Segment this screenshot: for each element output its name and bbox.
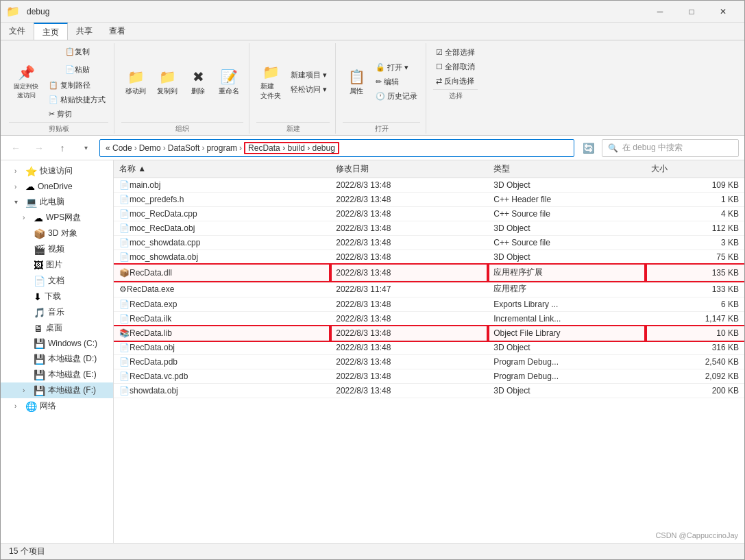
table-row[interactable]: 📄moc_showdata.cpp2022/8/3 13:48C++ Sourc…: [114, 236, 744, 250]
sidebar-item-desktop[interactable]: 🖥 桌面: [1, 320, 113, 336]
file-name: moc_RecData.obj: [130, 223, 195, 233]
sidebar-item-onedrive[interactable]: › ☁ OneDrive: [1, 179, 113, 194]
new-label: 新建: [256, 122, 330, 134]
sidebar-item-drive-d[interactable]: 💾 本地磁盘 (D:): [1, 351, 113, 367]
tab-home[interactable]: 主页: [34, 23, 68, 40]
tab-share[interactable]: 共享: [68, 23, 101, 40]
col-header-name[interactable]: 名称 ▲: [114, 160, 330, 178]
recent-button[interactable]: ▾: [76, 138, 95, 158]
table-row[interactable]: 📦RecData.dll2022/8/3 13:48应用程序扩展135 KB: [114, 265, 744, 281]
col-header-size[interactable]: 大小: [646, 160, 744, 178]
edit-button[interactable]: ✏ 编辑: [373, 75, 420, 88]
sidebar-item-wps[interactable]: › ☁ WPS网盘: [1, 210, 113, 226]
table-row[interactable]: 📄moc_RecData.cpp2022/8/3 13:48C++ Source…: [114, 207, 744, 221]
table-row[interactable]: 📄showdata.obj2022/8/3 13:483D Object200 …: [114, 384, 744, 398]
table-row[interactable]: 📄RecData.pdb2022/8/3 13:48Program Debug.…: [114, 355, 744, 369]
forward-button[interactable]: →: [29, 138, 49, 158]
refresh-button[interactable]: 🔄: [578, 138, 598, 158]
path-sep-3: ›: [201, 143, 204, 153]
invert-select-button[interactable]: ⇄ 反向选择: [433, 75, 478, 88]
new-item-button[interactable]: 新建项目 ▾: [288, 69, 330, 82]
pin-col: 📌 固定到快速访问: [9, 64, 43, 100]
pin-icon: 📌: [18, 64, 35, 81]
sidebar-item-drive-e[interactable]: 💾 本地磁盘 (E:): [1, 367, 113, 382]
sidebar-item-drive-f[interactable]: › 💾 本地磁盘 (F:): [1, 382, 113, 398]
properties-button[interactable]: 📋 属性: [343, 64, 370, 100]
sidebar-item-pictures[interactable]: 🖼 图片: [1, 257, 113, 273]
address-path[interactable]: « Code › Demo › DataSoft › program › Rec…: [99, 139, 574, 157]
file-name: moc_showdata.cpp: [130, 238, 200, 247]
paste-button[interactable]: 📄 粘贴: [46, 61, 108, 77]
open-button[interactable]: 🔓 打开 ▾: [373, 61, 420, 74]
maximize-button[interactable]: □: [676, 1, 707, 23]
table-row[interactable]: 📄moc_showdata.obj2022/8/3 13:483D Object…: [114, 250, 744, 265]
close-button[interactable]: ✕: [707, 1, 739, 23]
paste-shortcut-button[interactable]: 📄 粘贴快捷方式: [46, 93, 108, 106]
minimize-button[interactable]: ─: [644, 1, 676, 23]
sidebar-item-docs[interactable]: 📄 文档: [1, 273, 113, 289]
up-button[interactable]: ↑: [53, 138, 72, 158]
copy-to-button[interactable]: 📁 复制到: [153, 64, 182, 100]
file-table: 名称 ▲ 修改日期 类型 大小 📄main.obj2022/8/3 13:483…: [114, 160, 744, 398]
table-row[interactable]: 📄main.obj2022/8/3 13:483D Object109 KB: [114, 178, 744, 193]
move-to-button[interactable]: 📁 移动到: [121, 64, 150, 100]
tab-view[interactable]: 查看: [101, 23, 134, 40]
easy-access-button[interactable]: 轻松访问 ▾: [288, 83, 330, 96]
file-date: 2022/8/3 13:48: [330, 207, 488, 221]
drive-e-icon: 💾: [34, 369, 45, 380]
new-folder-button[interactable]: 📁 新建文件夹: [256, 64, 285, 100]
delete-button[interactable]: ✖ 删除: [184, 64, 212, 100]
table-row[interactable]: 📄moc_RecData.obj2022/8/3 13:483D Object1…: [114, 221, 744, 236]
path-sep-1: ›: [134, 143, 137, 153]
col-header-date[interactable]: 修改日期: [330, 160, 488, 178]
table-row[interactable]: 📄moc_predefs.h2022/8/3 13:48C++ Header f…: [114, 193, 744, 207]
open-label: 打开: [343, 122, 420, 134]
path-datasoft[interactable]: DataSoft: [168, 143, 200, 153]
tab-file[interactable]: 文件: [1, 23, 34, 40]
path-code[interactable]: « Code: [106, 143, 132, 153]
copy-path-button[interactable]: 📋 复制路径: [46, 79, 108, 92]
ribbon-content: 📌 固定到快速访问 📋 复制 📄 粘贴 📋 复制路径 📄 粘贴快捷方式: [1, 40, 744, 135]
history-button[interactable]: 🕐 历史记录: [373, 90, 420, 103]
sidebar-item-music[interactable]: 🎵 音乐: [1, 304, 113, 320]
sidebar-item-network[interactable]: › 🌐 网络: [1, 398, 113, 414]
sidebar-item-video[interactable]: 🎬 视频: [1, 241, 113, 257]
sidebar-item-thispc[interactable]: ▾ 💻 此电脑: [1, 194, 113, 210]
ribbon-group-select: ☑ 全部选择 ☐ 全部取消 ⇄ 反向选择 选择: [428, 43, 483, 134]
path-program[interactable]: program: [206, 143, 237, 153]
sidebar-item-quickaccess[interactable]: › ⭐ 快速访问: [1, 163, 113, 179]
select-all-button[interactable]: ☑ 全部选择: [433, 46, 478, 59]
cut-button[interactable]: ✂ 剪切: [46, 108, 108, 121]
table-row[interactable]: 📚RecData.lib2022/8/3 13:48Object File Li…: [114, 326, 744, 341]
table-row[interactable]: 📄RecData.ilk2022/8/3 13:48Incremental Li…: [114, 312, 744, 326]
table-row[interactable]: ⚙RecData.exe2022/8/3 11:47应用程序133 KB: [114, 281, 744, 297]
title-bar-icons: 📁: [6, 5, 20, 18]
search-box[interactable]: 🔍 在 debug 中搜索: [602, 139, 739, 157]
col-header-type[interactable]: 类型: [488, 160, 646, 178]
sidebar-item-3d[interactable]: 📦 3D 对象: [1, 226, 113, 241]
file-name: RecData.vc.pdb: [130, 372, 188, 381]
file-icon: 📄: [119, 252, 130, 262]
table-row[interactable]: 📄RecData.obj2022/8/3 13:483D Object316 K…: [114, 341, 744, 355]
sidebar-item-downloads[interactable]: ⬇ 下载: [1, 289, 113, 304]
rename-button[interactable]: 📝 重命名: [215, 64, 243, 100]
expand-icon-od: ›: [14, 183, 23, 191]
new-item-col: 新建项目 ▾ 轻松访问 ▾: [288, 69, 330, 96]
clipboard-buttons: 📌 固定到快速访问 📋 复制 📄 粘贴 📋 复制路径 📄 粘贴快捷方式: [9, 43, 108, 121]
select-none-button[interactable]: ☐ 全部取消: [433, 60, 478, 73]
file-size: 200 KB: [646, 384, 744, 398]
path-demo[interactable]: Demo: [139, 143, 161, 153]
sidebar: › ⭐ 快速访问 › ☁ OneDrive ▾ 💻 此电脑 › ☁ WPS网盘: [1, 160, 114, 543]
sidebar-item-drive-c[interactable]: 💾 Windows (C:): [1, 336, 113, 351]
table-row[interactable]: 📄RecData.vc.pdb2022/8/3 13:48Program Deb…: [114, 369, 744, 384]
copy-button[interactable]: 📋 复制: [46, 43, 108, 60]
file-icon: ⚙: [119, 284, 127, 294]
pin-button[interactable]: 📌 固定到快速访问: [9, 64, 43, 100]
back-button[interactable]: ←: [6, 138, 25, 158]
file-type: Object File Library: [488, 326, 646, 341]
table-row[interactable]: 📄RecData.exp2022/8/3 13:48Exports Librar…: [114, 297, 744, 312]
file-date: 2022/8/3 13:48: [330, 384, 488, 398]
path-highlighted[interactable]: RecData › build › debug: [244, 142, 339, 154]
properties-icon: 📋: [348, 69, 365, 85]
thispc-icon: 💻: [25, 197, 37, 208]
